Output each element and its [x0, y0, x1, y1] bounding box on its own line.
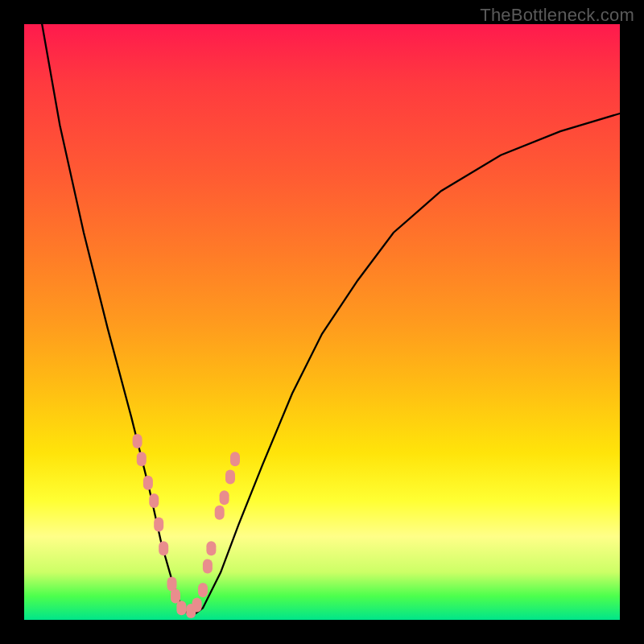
marker-dot — [215, 506, 225, 520]
marker-dot — [192, 598, 202, 613]
marker-dot — [154, 518, 163, 532]
marker-dot — [137, 452, 147, 466]
marker-group — [133, 434, 240, 618]
marker-dot — [176, 601, 186, 615]
marker-dot — [220, 490, 229, 505]
bottleneck-curve — [42, 24, 620, 617]
marker-dot — [225, 469, 235, 484]
marker-dot — [133, 434, 142, 448]
watermark-text: TheBottleneck.com — [480, 5, 634, 26]
marker-dot — [206, 541, 216, 555]
chart-frame: TheBottleneck.com — [0, 0, 644, 644]
marker-dot — [143, 476, 153, 490]
marker-dot — [203, 559, 213, 573]
marker-dot — [149, 493, 159, 508]
marker-dot — [198, 583, 208, 597]
marker-dot — [230, 452, 240, 466]
marker-dot — [171, 588, 180, 603]
marker-dot — [159, 541, 168, 555]
plot-area — [24, 24, 620, 620]
curve-layer — [24, 24, 620, 620]
